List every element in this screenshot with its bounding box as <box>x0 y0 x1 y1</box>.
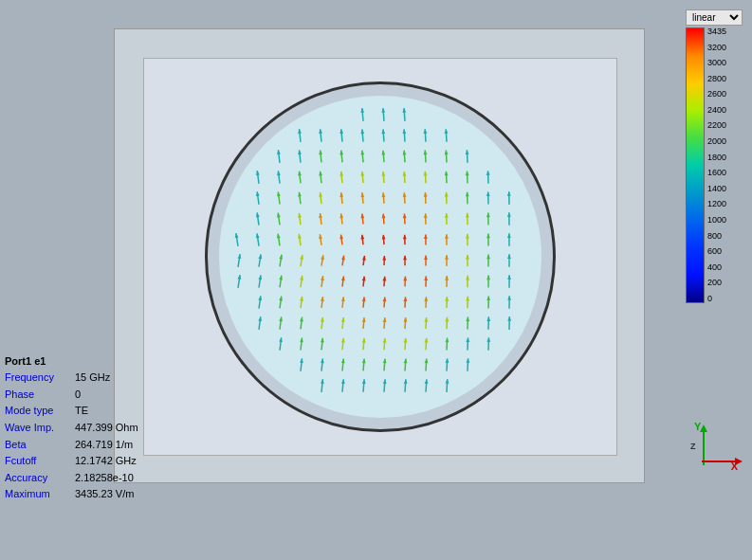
info-row-label: Fcutoff <box>5 453 71 470</box>
info-row-label: Wave Imp. <box>5 420 71 437</box>
svg-marker-205 <box>424 151 428 155</box>
svg-marker-209 <box>424 192 428 197</box>
colorbar-label: 3000 <box>707 59 726 67</box>
svg-marker-177 <box>402 129 406 134</box>
svg-marker-197 <box>404 338 408 343</box>
info-row: Beta264.719 1/m <box>5 437 138 454</box>
svg-marker-225 <box>425 358 429 363</box>
svg-marker-221 <box>424 317 428 322</box>
svg-marker-195 <box>403 317 407 322</box>
svg-marker-273 <box>466 337 469 342</box>
info-row-label: Maximum <box>5 486 71 503</box>
z-axis-label: Z <box>690 442 696 451</box>
svg-marker-215 <box>424 255 428 260</box>
y-axis-label: Y <box>694 421 701 432</box>
svg-marker-301 <box>507 254 511 259</box>
svg-marker-289 <box>486 296 490 300</box>
info-row-label: Phase <box>5 387 71 404</box>
colorbar-label: 0 <box>707 295 726 303</box>
svg-marker-213 <box>424 234 428 239</box>
circle-inner <box>219 96 541 418</box>
colorbar-gradient <box>686 27 705 303</box>
info-row-value: 264.719 1/m <box>75 437 133 454</box>
svg-marker-231 <box>445 150 449 154</box>
colorbar-label: 2400 <box>707 106 726 115</box>
colorbar-scale: 3435320030002800260024002200200018001600… <box>686 27 743 303</box>
colorbar-label: 1600 <box>707 169 726 177</box>
svg-marker-235 <box>445 192 449 197</box>
svg-marker-155 <box>382 192 386 197</box>
colorbar-label: 200 <box>707 279 726 287</box>
svg-marker-207 <box>424 172 428 176</box>
svg-marker-271 <box>466 317 469 322</box>
svg-marker-229 <box>445 129 449 134</box>
svg-marker-157 <box>382 214 386 219</box>
svg-marker-161 <box>382 256 386 261</box>
svg-marker-267 <box>466 276 469 280</box>
info-row: Mode typeTE <box>5 403 138 420</box>
svg-marker-283 <box>486 234 490 239</box>
svg-marker-279 <box>486 191 490 196</box>
svg-marker-159 <box>382 235 386 240</box>
info-row: Maximum3435.23 V/m <box>5 486 138 503</box>
svg-marker-219 <box>424 297 428 301</box>
info-row-value: 15 GHz <box>75 370 110 387</box>
info-title: Port1 e1 <box>5 353 138 370</box>
svg-marker-163 <box>382 277 386 281</box>
svg-marker-245 <box>445 297 449 301</box>
svg-marker-165 <box>383 297 387 301</box>
colorbar-label: 1200 <box>707 200 726 208</box>
colorbar-label: 2800 <box>707 75 726 83</box>
svg-marker-173 <box>383 379 387 384</box>
svg-marker-191 <box>403 277 407 281</box>
colorbar-label: 2600 <box>707 90 726 99</box>
svg-marker-255 <box>466 150 469 154</box>
info-row: Fcutoff12.1742 GHz <box>5 453 138 470</box>
svg-marker-249 <box>445 338 449 343</box>
svg-marker-277 <box>486 171 490 175</box>
svg-marker-257 <box>466 171 469 175</box>
colorbar-label: 1400 <box>707 185 726 193</box>
svg-marker-217 <box>424 276 428 280</box>
svg-marker-181 <box>403 172 407 176</box>
colorbar-label: 3200 <box>707 44 726 52</box>
circle-outer <box>205 81 556 432</box>
colorbar-labels: 3435320030002800260024002200200018001600… <box>705 27 726 303</box>
info-row-label: Frequency <box>5 370 71 387</box>
arrow-field <box>219 96 541 418</box>
info-row: Phase0 <box>5 387 138 404</box>
svg-marker-147 <box>381 108 385 113</box>
svg-marker-247 <box>445 317 449 322</box>
colorbar-label: 600 <box>707 247 726 256</box>
info-row-label: Accuracy <box>5 470 71 487</box>
svg-marker-291 <box>486 316 490 321</box>
info-row: Frequency15 GHz <box>5 370 138 387</box>
info-row: Wave Imp.447.399 Ohm <box>5 420 138 437</box>
svg-marker-263 <box>466 234 469 239</box>
svg-marker-239 <box>445 234 449 239</box>
field-area <box>143 58 617 456</box>
svg-marker-261 <box>466 213 469 218</box>
svg-marker-305 <box>507 296 511 300</box>
svg-marker-303 <box>507 275 511 280</box>
svg-marker-199 <box>404 359 408 364</box>
svg-marker-167 <box>383 317 387 322</box>
svg-marker-285 <box>486 255 490 260</box>
colorbar-dropdown[interactable]: linear <box>686 9 743 26</box>
svg-marker-211 <box>424 213 428 218</box>
svg-marker-227 <box>425 379 429 384</box>
colorbar-label: 1000 <box>707 216 726 225</box>
colorbar-label: 2200 <box>707 121 726 130</box>
colorbar-label: 800 <box>707 232 726 241</box>
info-row-value: 2.18258e-10 <box>75 470 134 487</box>
viewport: linear 343532003000280026002400220020001… <box>0 0 752 560</box>
svg-marker-237 <box>445 213 449 218</box>
svg-marker-297 <box>507 212 511 217</box>
svg-marker-295 <box>507 191 511 196</box>
svg-marker-251 <box>445 358 449 363</box>
svg-marker-241 <box>445 255 449 260</box>
colorbar-label: 3435 <box>707 27 726 36</box>
info-row-label: Mode type <box>5 403 71 420</box>
svg-marker-265 <box>466 255 469 260</box>
svg-marker-183 <box>403 192 407 197</box>
